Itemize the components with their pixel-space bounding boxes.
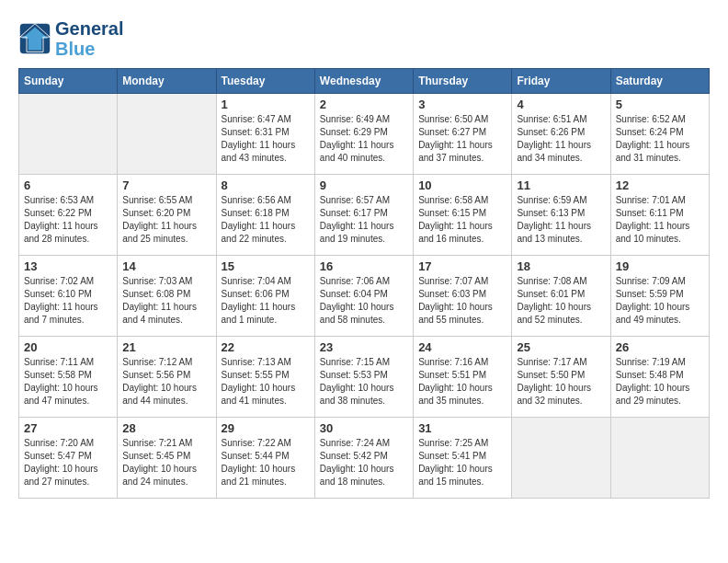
day-info: Sunrise: 7:17 AMSunset: 5:50 PMDaylight:… <box>517 356 605 408</box>
day-info: Sunrise: 6:50 AMSunset: 6:27 PMDaylight:… <box>418 113 506 165</box>
day-cell: 7Sunrise: 6:55 AMSunset: 6:20 PMDaylight… <box>118 175 216 256</box>
day-number: 16 <box>320 259 408 273</box>
week-row-2: 6Sunrise: 6:53 AMSunset: 6:22 PMDaylight… <box>19 175 710 256</box>
day-number: 8 <box>222 178 310 192</box>
day-info: Sunrise: 6:58 AMSunset: 6:15 PMDaylight:… <box>418 194 506 246</box>
day-info: Sunrise: 7:13 AMSunset: 5:55 PMDaylight:… <box>222 356 310 408</box>
day-number: 27 <box>24 421 112 435</box>
week-row-1: 1Sunrise: 6:47 AMSunset: 6:31 PMDaylight… <box>19 94 710 175</box>
day-info: Sunrise: 7:02 AMSunset: 6:10 PMDaylight:… <box>24 275 112 327</box>
page-header: General Blue <box>18 18 710 59</box>
day-cell <box>610 418 709 499</box>
day-cell: 17Sunrise: 7:07 AMSunset: 6:03 PMDayligh… <box>414 256 512 337</box>
day-cell: 8Sunrise: 6:56 AMSunset: 6:18 PMDaylight… <box>216 175 314 256</box>
logo-general: General <box>55 18 123 39</box>
logo: General Blue <box>18 18 123 59</box>
day-info: Sunrise: 7:12 AMSunset: 5:56 PMDaylight:… <box>122 356 210 408</box>
day-info: Sunrise: 6:59 AMSunset: 6:13 PMDaylight:… <box>517 194 605 246</box>
weekday-header-wednesday: Wednesday <box>314 69 413 94</box>
day-cell: 18Sunrise: 7:08 AMSunset: 6:01 PMDayligh… <box>512 256 610 337</box>
day-info: Sunrise: 7:15 AMSunset: 5:53 PMDaylight:… <box>320 356 408 408</box>
day-number: 17 <box>418 259 506 273</box>
day-info: Sunrise: 6:53 AMSunset: 6:22 PMDaylight:… <box>24 194 112 246</box>
day-info: Sunrise: 7:24 AMSunset: 5:42 PMDaylight:… <box>320 437 408 488</box>
day-number: 31 <box>418 421 506 435</box>
day-info: Sunrise: 7:03 AMSunset: 6:08 PMDaylight:… <box>122 275 210 327</box>
day-info: Sunrise: 7:08 AMSunset: 6:01 PMDaylight:… <box>517 275 605 327</box>
day-info: Sunrise: 7:19 AMSunset: 5:48 PMDaylight:… <box>616 356 704 408</box>
day-number: 26 <box>616 340 704 354</box>
day-number: 30 <box>320 421 408 435</box>
day-number: 2 <box>320 98 408 111</box>
day-number: 19 <box>616 259 704 273</box>
calendar-table: SundayMondayTuesdayWednesdayThursdayFrid… <box>18 68 710 499</box>
day-info: Sunrise: 6:52 AMSunset: 6:24 PMDaylight:… <box>616 113 704 165</box>
day-cell: 5Sunrise: 6:52 AMSunset: 6:24 PMDaylight… <box>610 94 709 175</box>
day-cell: 15Sunrise: 7:04 AMSunset: 6:06 PMDayligh… <box>216 256 314 337</box>
day-cell: 21Sunrise: 7:12 AMSunset: 5:56 PMDayligh… <box>118 337 216 418</box>
day-number: 9 <box>320 178 408 192</box>
day-cell: 26Sunrise: 7:19 AMSunset: 5:48 PMDayligh… <box>610 337 709 418</box>
day-info: Sunrise: 6:55 AMSunset: 6:20 PMDaylight:… <box>122 194 210 246</box>
week-row-5: 27Sunrise: 7:20 AMSunset: 5:47 PMDayligh… <box>19 418 710 499</box>
logo-blue: Blue <box>55 39 123 59</box>
day-info: Sunrise: 7:04 AMSunset: 6:06 PMDaylight:… <box>222 275 310 327</box>
day-number: 11 <box>517 178 605 192</box>
day-number: 15 <box>222 259 310 273</box>
day-info: Sunrise: 7:01 AMSunset: 6:11 PMDaylight:… <box>616 194 704 246</box>
weekday-header-monday: Monday <box>118 69 216 94</box>
day-info: Sunrise: 7:22 AMSunset: 5:44 PMDaylight:… <box>222 437 310 488</box>
day-cell: 14Sunrise: 7:03 AMSunset: 6:08 PMDayligh… <box>118 256 216 337</box>
day-cell <box>512 418 610 499</box>
day-cell: 16Sunrise: 7:06 AMSunset: 6:04 PMDayligh… <box>314 256 413 337</box>
day-cell: 23Sunrise: 7:15 AMSunset: 5:53 PMDayligh… <box>314 337 413 418</box>
day-cell: 27Sunrise: 7:20 AMSunset: 5:47 PMDayligh… <box>19 418 118 499</box>
day-number: 24 <box>418 340 506 354</box>
day-cell <box>19 94 118 175</box>
day-cell: 4Sunrise: 6:51 AMSunset: 6:26 PMDaylight… <box>512 94 610 175</box>
weekday-header-row: SundayMondayTuesdayWednesdayThursdayFrid… <box>19 69 710 94</box>
day-cell: 19Sunrise: 7:09 AMSunset: 5:59 PMDayligh… <box>610 256 709 337</box>
day-info: Sunrise: 7:09 AMSunset: 5:59 PMDaylight:… <box>616 275 704 327</box>
day-number: 22 <box>222 340 310 354</box>
day-cell <box>118 94 216 175</box>
day-info: Sunrise: 6:51 AMSunset: 6:26 PMDaylight:… <box>517 113 605 165</box>
day-number: 14 <box>122 259 210 273</box>
day-number: 4 <box>517 98 605 111</box>
day-cell: 1Sunrise: 6:47 AMSunset: 6:31 PMDaylight… <box>216 94 314 175</box>
day-cell: 13Sunrise: 7:02 AMSunset: 6:10 PMDayligh… <box>19 256 118 337</box>
day-cell: 29Sunrise: 7:22 AMSunset: 5:44 PMDayligh… <box>216 418 314 499</box>
day-info: Sunrise: 7:25 AMSunset: 5:41 PMDaylight:… <box>418 437 506 488</box>
day-number: 18 <box>517 259 605 273</box>
weekday-header-tuesday: Tuesday <box>216 69 314 94</box>
day-info: Sunrise: 7:21 AMSunset: 5:45 PMDaylight:… <box>122 437 210 488</box>
day-cell: 30Sunrise: 7:24 AMSunset: 5:42 PMDayligh… <box>314 418 413 499</box>
day-cell: 10Sunrise: 6:58 AMSunset: 6:15 PMDayligh… <box>414 175 512 256</box>
day-number: 12 <box>616 178 704 192</box>
week-row-3: 13Sunrise: 7:02 AMSunset: 6:10 PMDayligh… <box>19 256 710 337</box>
day-info: Sunrise: 6:47 AMSunset: 6:31 PMDaylight:… <box>222 113 310 165</box>
day-number: 29 <box>222 421 310 435</box>
day-number: 7 <box>122 178 210 192</box>
day-cell: 6Sunrise: 6:53 AMSunset: 6:22 PMDaylight… <box>19 175 118 256</box>
day-cell: 3Sunrise: 6:50 AMSunset: 6:27 PMDaylight… <box>414 94 512 175</box>
day-cell: 9Sunrise: 6:57 AMSunset: 6:17 PMDaylight… <box>314 175 413 256</box>
weekday-header-thursday: Thursday <box>414 69 512 94</box>
day-info: Sunrise: 7:06 AMSunset: 6:04 PMDaylight:… <box>320 275 408 327</box>
weekday-header-friday: Friday <box>512 69 610 94</box>
day-cell: 12Sunrise: 7:01 AMSunset: 6:11 PMDayligh… <box>610 175 709 256</box>
day-cell: 28Sunrise: 7:21 AMSunset: 5:45 PMDayligh… <box>118 418 216 499</box>
day-info: Sunrise: 6:49 AMSunset: 6:29 PMDaylight:… <box>320 113 408 165</box>
day-number: 1 <box>222 98 310 111</box>
day-info: Sunrise: 6:56 AMSunset: 6:18 PMDaylight:… <box>222 194 310 246</box>
day-number: 10 <box>418 178 506 192</box>
day-number: 20 <box>24 340 112 354</box>
day-number: 3 <box>418 98 506 111</box>
logo-icon <box>18 22 51 55</box>
weekday-header-sunday: Sunday <box>19 69 118 94</box>
day-cell: 2Sunrise: 6:49 AMSunset: 6:29 PMDaylight… <box>314 94 413 175</box>
day-number: 23 <box>320 340 408 354</box>
day-number: 21 <box>122 340 210 354</box>
day-number: 13 <box>24 259 112 273</box>
day-number: 25 <box>517 340 605 354</box>
